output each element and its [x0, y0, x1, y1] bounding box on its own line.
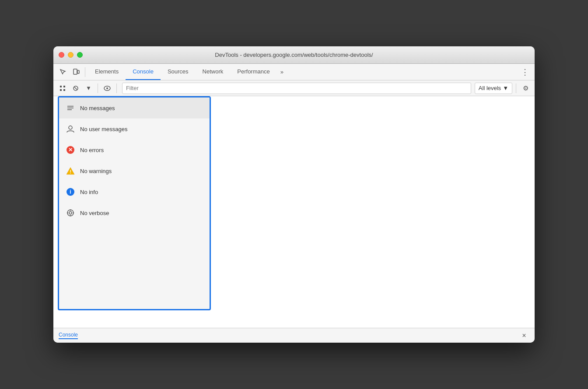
console-toolbar: ▼ All levels ▼ ⚙ — [53, 80, 535, 96]
messages-icon — [66, 104, 75, 112]
device-icon[interactable] — [70, 66, 82, 78]
filter-item-no-errors[interactable]: ✕ No errors — [59, 139, 210, 160]
settings-button[interactable]: ⚙ — [520, 83, 531, 94]
filter-item-no-verbose[interactable]: No verbose — [59, 202, 210, 223]
filter-label-no-messages: No messages — [80, 105, 115, 111]
filter-label-no-verbose: No verbose — [80, 210, 109, 216]
window-title: DevTools - developers.google.com/web/too… — [215, 52, 373, 58]
svg-point-9 — [106, 87, 108, 89]
bottom-console-tab[interactable]: Console — [59, 332, 78, 339]
console-filter-icon[interactable] — [57, 83, 68, 94]
bottom-bar: Console × — [53, 328, 535, 343]
svg-rect-3 — [63, 86, 65, 87]
devtools-window: DevTools - developers.google.com/web/too… — [53, 46, 535, 343]
error-icon: ✕ — [66, 146, 75, 154]
tab-bar: Elements Console Sources Network Perform… — [53, 64, 535, 80]
separator — [85, 67, 85, 77]
svg-rect-5 — [63, 89, 65, 91]
filter-item-no-info[interactable]: i No info — [59, 181, 210, 202]
dropdown-arrow-icon: ▼ — [86, 85, 91, 91]
filter-input[interactable] — [122, 83, 471, 94]
user-icon — [66, 125, 75, 133]
tabs: Elements Console Sources Network Perform… — [88, 64, 287, 80]
title-bar: DevTools - developers.google.com/web/too… — [53, 46, 535, 64]
toolbar-right: ⋮ — [519, 66, 531, 78]
close-button[interactable] — [59, 52, 64, 58]
separator4 — [516, 83, 516, 93]
svg-rect-2 — [60, 86, 62, 87]
traffic-lights — [59, 52, 83, 58]
filter-dropdown-button[interactable]: ▼ — [83, 83, 94, 94]
clear-icon[interactable] — [70, 83, 81, 94]
svg-line-7 — [74, 87, 77, 90]
minimize-button[interactable] — [68, 52, 74, 58]
tab-network[interactable]: Network — [196, 64, 231, 80]
tab-more[interactable]: » — [277, 64, 287, 80]
inspect-icon[interactable] — [57, 66, 69, 78]
levels-dropdown[interactable]: All levels ▼ — [475, 83, 512, 94]
svg-text:!: ! — [70, 169, 71, 174]
filter-label-no-user-messages: No user messages — [80, 126, 127, 132]
filter-label-no-info: No info — [80, 189, 98, 195]
levels-label: All levels — [479, 85, 501, 91]
filter-label-no-warnings: No warnings — [80, 168, 112, 174]
tab-console[interactable]: Console — [126, 64, 161, 80]
svg-point-13 — [69, 126, 72, 129]
tab-sources[interactable]: Sources — [161, 64, 196, 80]
verbose-icon — [66, 208, 75, 217]
more-options-button[interactable]: ⋮ — [519, 66, 531, 78]
levels-arrow-icon: ▼ — [503, 85, 508, 91]
main-content: No messages No user messages ✕ No errors — [53, 96, 535, 328]
close-panel-button[interactable]: × — [519, 330, 529, 341]
svg-point-15 — [67, 210, 74, 216]
filter-label-no-errors: No errors — [80, 147, 104, 153]
filter-dropdown-panel: No messages No user messages ✕ No errors — [58, 96, 211, 310]
tab-performance[interactable]: Performance — [230, 64, 276, 80]
separator3 — [116, 83, 117, 93]
info-icon: i — [66, 188, 75, 196]
eye-icon[interactable] — [102, 83, 113, 94]
tab-elements[interactable]: Elements — [88, 64, 126, 80]
maximize-button[interactable] — [77, 52, 83, 58]
svg-rect-0 — [74, 69, 77, 74]
svg-rect-4 — [60, 89, 62, 91]
filter-item-no-user-messages[interactable]: No user messages — [59, 118, 210, 139]
separator2 — [98, 83, 98, 93]
filter-item-no-warnings[interactable]: ! No warnings — [59, 160, 210, 181]
warning-icon: ! — [66, 167, 75, 175]
filter-item-no-messages[interactable]: No messages — [59, 97, 210, 118]
svg-point-16 — [69, 212, 72, 214]
svg-rect-1 — [77, 70, 79, 73]
